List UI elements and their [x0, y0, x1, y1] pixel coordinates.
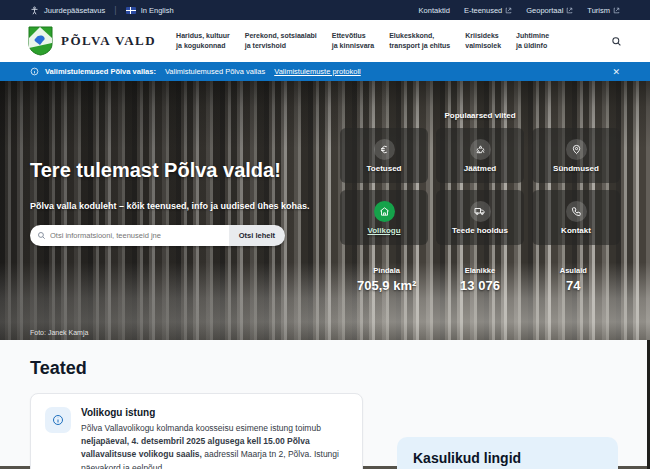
hero-title: Tere tulemast Põlva valda!	[30, 159, 281, 182]
euro-icon	[374, 139, 395, 160]
site-logo[interactable]: PÕLVA VALD	[28, 26, 156, 56]
notice-card[interactable]: Volikogu istung Põlva Vallavolikogu kolm…	[30, 393, 363, 469]
nav-label: ja üldinfo	[516, 41, 549, 51]
tile-volikogu[interactable]: Volikogu	[340, 190, 428, 245]
external-link-icon	[613, 7, 620, 14]
nav-item-kriisideks[interactable]: Kriisideks valmisolek	[465, 31, 501, 51]
nav-label: ja kogukonnad	[176, 41, 230, 51]
quicklinks-title: Populaarsed viited	[340, 111, 620, 120]
stat-value: 705,9 km²	[340, 278, 433, 293]
external-link-icon	[505, 7, 512, 14]
site-header: PÕLVA VALD Haridus, kultuur ja kogukonna…	[0, 20, 650, 62]
notice-body-text: Põlva Vallavolikogu kolmanda koosseisu e…	[81, 423, 321, 433]
notice-body: Põlva Vallavolikogu kolmanda koosseisu e…	[81, 422, 348, 469]
notice-title: Volikogu istung	[81, 407, 348, 418]
coat-of-arms-icon	[28, 26, 53, 56]
stat-label: Asulaid	[527, 266, 620, 275]
stat-pindala: Pindala 705,9 km²	[340, 266, 433, 293]
accessibility-icon	[30, 6, 39, 15]
teated-heading: Teated	[30, 358, 620, 379]
tile-toetused[interactable]: Toetused	[340, 128, 428, 183]
nav-item-perekond[interactable]: Perekond, sotsiaalabi ja tervishoid	[245, 31, 317, 51]
close-icon[interactable]: ✕	[612, 67, 620, 77]
accessibility-link[interactable]: Juurdepääsetavus	[30, 6, 105, 15]
quicklinks-grid: Toetused Jäätmed	[340, 128, 620, 245]
tile-label: Sündmused	[553, 164, 599, 173]
top-utility-bar: Juurdepääsetavus | In English Kontaktid …	[0, 0, 650, 20]
topbar-link-turism[interactable]: Turism	[587, 6, 620, 15]
municipality-stats: Pindala 705,9 km² Elanikke 13 076 Asulai…	[340, 266, 620, 293]
tile-label: Kontakt	[561, 226, 591, 235]
nav-item-elukeskkond[interactable]: Elukeskkond, transport ja ehitus	[389, 31, 450, 51]
nav-label: ja tervishoid	[245, 41, 317, 51]
tile-label: Volikogu	[367, 226, 400, 235]
nav-label: Kriisideks	[465, 31, 501, 41]
topbar-link-label: Kontaktid	[419, 6, 450, 15]
truck-icon	[470, 201, 491, 222]
notice-content: Volikogu istung Põlva Vallavolikogu kolm…	[81, 407, 348, 469]
hero-search: Otsi lehelt	[30, 225, 285, 246]
hero-search-input[interactable]	[30, 225, 229, 246]
nav-item-juhtimine[interactable]: Juhtimine ja üldinfo	[516, 31, 549, 51]
nav-label: ja kinnisvara	[332, 41, 374, 51]
useful-links-panel: Kasulikud lingid	[397, 437, 618, 469]
map-pin-icon	[566, 139, 587, 160]
search-icon	[611, 36, 622, 47]
tile-kontakt[interactable]: Kontakt	[532, 190, 620, 245]
announcement-text: Valimistulemused Põlva vallas	[165, 67, 265, 76]
photo-credit: Foto: Janek Kamja	[30, 329, 88, 336]
nav-label: Elukeskkond,	[389, 31, 450, 41]
tile-label: Jäätmed	[464, 164, 496, 173]
tile-teede-hooldus[interactable]: Teede hooldus	[436, 190, 524, 245]
phone-icon	[566, 201, 587, 222]
hero-section: Tere tulemast Põlva valda! Põlva valla k…	[0, 81, 650, 340]
main-nav: Haridus, kultuur ja kogukonnad Perekond,…	[176, 31, 549, 51]
info-icon	[30, 67, 39, 76]
topbar-link-label: Geoportaal	[526, 6, 563, 15]
hero-subtitle: Põlva valla koduleht – kõik teenused, in…	[30, 201, 310, 211]
page: Juurdepääsetavus | In English Kontaktid …	[0, 0, 650, 469]
language-label: In English	[141, 6, 174, 15]
useful-links-heading: Kasulikud lingid	[413, 450, 602, 466]
recycle-icon	[470, 139, 491, 160]
external-link-icon	[566, 7, 573, 14]
stat-value: 74	[527, 278, 620, 293]
nav-item-haridus[interactable]: Haridus, kultuur ja kogukonnad	[176, 31, 230, 51]
logo-title: PÕLVA VALD	[61, 33, 156, 49]
stat-value: 13 076	[433, 278, 526, 293]
hero-search-submit[interactable]: Otsi lehelt	[229, 225, 285, 246]
home-icon	[374, 201, 395, 222]
tile-sundmused[interactable]: Sündmused	[532, 128, 620, 183]
announcement-title: Valimistulemused Põlva vallas:	[45, 67, 156, 76]
tile-jaatmed[interactable]: Jäätmed	[436, 128, 524, 183]
topbar-link-e-teenused[interactable]: E-teenused	[464, 6, 512, 15]
nav-label: Juhtimine	[516, 31, 549, 41]
language-switch[interactable]: In English	[126, 6, 174, 15]
announcement-bar: Valimistulemused Põlva vallas: Valimistu…	[0, 62, 650, 81]
nav-label: Ettevõtlus	[332, 31, 374, 41]
topbar-divider: |	[114, 5, 116, 15]
tile-label: Toetused	[367, 164, 402, 173]
tile-label: Teede hooldus	[452, 226, 508, 235]
topbar-link-geoportaal[interactable]: Geoportaal	[526, 6, 573, 15]
uk-flag-icon	[126, 7, 136, 14]
stat-label: Elanikke	[433, 266, 526, 275]
stat-elanikke: Elanikke 13 076	[433, 266, 526, 293]
topbar-link-label: E-teenused	[464, 6, 502, 15]
nav-label: valmisolek	[465, 41, 501, 51]
quicklinks: Populaarsed viited Toetused	[340, 111, 620, 245]
topbar-link-kontaktid[interactable]: Kontaktid	[419, 6, 450, 15]
nav-label: transport ja ehitus	[389, 41, 450, 51]
nav-label: Perekond, sotsiaalabi	[245, 31, 317, 41]
search-icon	[37, 231, 46, 240]
info-badge	[45, 407, 71, 433]
nav-label: Haridus, kultuur	[176, 31, 230, 41]
stat-asulaid: Asulaid 74	[527, 266, 620, 293]
stat-label: Pindala	[340, 266, 433, 275]
header-search-button[interactable]	[611, 36, 622, 47]
nav-item-ettevotlus[interactable]: Ettevõtlus ja kinnisvara	[332, 31, 374, 51]
accessibility-label: Juurdepääsetavus	[44, 6, 105, 15]
announcement-link[interactable]: Valimistulemuste protokoll	[274, 67, 361, 76]
topbar-link-label: Turism	[587, 6, 610, 15]
